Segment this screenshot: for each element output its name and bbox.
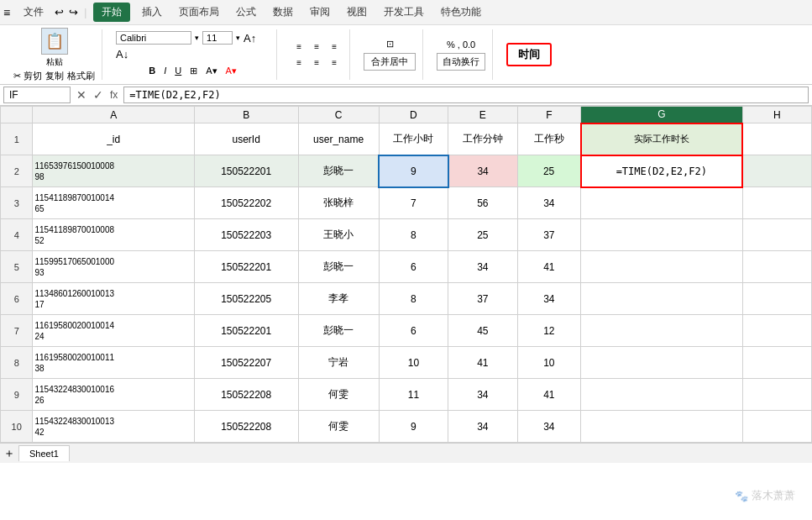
cell-h9[interactable] — [742, 379, 812, 411]
cell-f6[interactable]: 34 — [517, 283, 581, 315]
tab-insert[interactable]: 插入 — [134, 2, 170, 23]
cell-g5[interactable] — [581, 251, 742, 283]
bold-btn[interactable]: B — [145, 64, 159, 78]
cell-b10[interactable]: 150522208 — [194, 411, 298, 443]
cell-b6[interactable]: 150522205 — [194, 283, 298, 315]
cell-d5[interactable]: 6 — [379, 251, 448, 283]
cell-c3[interactable]: 张晓梓 — [298, 187, 379, 219]
cell-e3[interactable]: 56 — [448, 187, 517, 219]
cell-c2[interactable]: 彭晓一 — [298, 155, 379, 187]
tab-file[interactable]: 文件 — [15, 2, 52, 23]
formula-input[interactable] — [123, 87, 809, 103]
col-header-c[interactable]: C — [298, 107, 379, 123]
cell-h4[interactable] — [742, 219, 812, 251]
col-header-f[interactable]: F — [517, 107, 581, 123]
tab-start[interactable]: 开始 — [93, 3, 130, 22]
fill-color-btn[interactable]: A▾ — [202, 64, 220, 78]
underline-btn[interactable]: U — [171, 64, 185, 78]
tab-dev[interactable]: 开发工具 — [375, 2, 432, 23]
cell-c9[interactable]: 何雯 — [298, 379, 379, 411]
format-btn[interactable]: 格式刷 — [67, 70, 95, 82]
cell-d4[interactable]: 8 — [379, 219, 448, 251]
cell-h8[interactable] — [742, 347, 812, 379]
cell-h6[interactable] — [742, 283, 812, 315]
paste-label[interactable]: 粘贴 — [46, 56, 63, 68]
cell-h7[interactable] — [742, 315, 812, 347]
font-name-arrow[interactable]: ▾ — [195, 34, 199, 42]
align-top-center[interactable]: ≡ — [308, 39, 325, 55]
cell-g10[interactable] — [581, 411, 742, 443]
cell-d6[interactable]: 8 — [379, 283, 448, 315]
cell-e10[interactable]: 34 — [448, 411, 517, 443]
sheet-tab-1[interactable]: Sheet1 — [18, 445, 70, 461]
cell-d8[interactable]: 10 — [379, 347, 448, 379]
cell-f3[interactable]: 34 — [517, 187, 581, 219]
cell-d3[interactable]: 7 — [379, 187, 448, 219]
cell-b3[interactable]: 150522202 — [194, 187, 298, 219]
cell-a10[interactable]: 11543224830010013 42 — [33, 411, 194, 443]
cell-c1[interactable]: user_name — [298, 123, 379, 155]
cell-h10[interactable] — [742, 411, 812, 443]
font-name-input[interactable] — [116, 31, 191, 45]
cell-g8[interactable] — [581, 347, 742, 379]
cell-e9[interactable]: 34 — [448, 379, 517, 411]
cell-d1[interactable]: 工作小时 — [379, 123, 448, 155]
col-header-h[interactable]: H — [742, 107, 812, 123]
add-sheet-btn[interactable]: ＋ — [3, 446, 15, 461]
merge-center-btn[interactable]: 合并居中 — [364, 53, 416, 71]
cell-g2[interactable]: =TIME(D2,E2,F2) — [581, 155, 742, 187]
insert-function-btn[interactable]: fx — [107, 89, 120, 101]
cell-a6[interactable]: 11348601260010013 17 — [33, 283, 194, 315]
cut-btn[interactable]: ✂ 剪切 — [13, 70, 42, 82]
align-top-right[interactable]: ≡ — [326, 39, 343, 55]
cell-e7[interactable]: 45 — [448, 315, 517, 347]
cell-d10[interactable]: 9 — [379, 411, 448, 443]
cell-f1[interactable]: 工作秒 — [517, 123, 581, 155]
cell-e8[interactable]: 41 — [448, 347, 517, 379]
cell-a5[interactable]: 11599517065001000 93 — [33, 251, 194, 283]
align-mid-left[interactable]: ≡ — [291, 55, 307, 71]
cell-e6[interactable]: 37 — [448, 283, 517, 315]
font-size-input[interactable] — [202, 31, 233, 45]
cell-f8[interactable]: 10 — [517, 347, 581, 379]
cell-g4[interactable] — [581, 219, 742, 251]
tab-formula[interactable]: 公式 — [228, 2, 265, 23]
cell-e1[interactable]: 工作分钟 — [448, 123, 517, 155]
col-header-a[interactable]: A — [33, 107, 194, 123]
cell-d9[interactable]: 11 — [379, 379, 448, 411]
cell-d2[interactable]: 9 — [379, 155, 448, 187]
cell-a2[interactable]: 11653976150010008 98 — [33, 155, 194, 187]
cell-f10[interactable]: 34 — [517, 411, 581, 443]
cell-e4[interactable]: 25 — [448, 219, 517, 251]
cell-d7[interactable]: 6 — [379, 315, 448, 347]
cell-a9[interactable]: 11543224830010016 26 — [33, 379, 194, 411]
align-mid-right[interactable]: ≡ — [326, 55, 343, 71]
cell-g3[interactable] — [581, 187, 742, 219]
tab-layout[interactable]: 页面布局 — [170, 2, 228, 23]
font-color-btn[interactable]: A▾ — [223, 64, 240, 78]
cell-g9[interactable] — [581, 379, 742, 411]
cell-c5[interactable]: 彭晓一 — [298, 251, 379, 283]
cell-a7[interactable]: 11619580020010014 24 — [33, 315, 194, 347]
cell-g6[interactable] — [581, 283, 742, 315]
col-header-b[interactable]: B — [194, 107, 298, 123]
copy-btn[interactable]: 复制 — [45, 70, 64, 82]
italic-btn[interactable]: I — [160, 64, 170, 78]
tab-special[interactable]: 特色功能 — [432, 2, 490, 23]
autofit-btn[interactable]: 自动换行 — [437, 53, 485, 71]
tab-view[interactable]: 视图 — [338, 2, 375, 23]
border-btn[interactable]: ⊞ — [186, 64, 201, 78]
undo-btn[interactable]: ↩ — [52, 4, 66, 20]
cell-a4[interactable]: 11541189870010008 52 — [33, 219, 194, 251]
tab-review[interactable]: 审阅 — [301, 2, 338, 23]
cell-e2[interactable]: 34 — [448, 155, 517, 187]
menu-icon[interactable]: ≡ — [3, 6, 10, 19]
redo-btn[interactable]: ↪ — [66, 4, 81, 20]
cell-b2[interactable]: 150522201 — [194, 155, 298, 187]
font-size-arrow[interactable]: ▾ — [236, 34, 240, 42]
cell-h5[interactable] — [742, 251, 812, 283]
cell-e5[interactable]: 34 — [448, 251, 517, 283]
cell-f5[interactable]: 41 — [517, 251, 581, 283]
cell-h1[interactable] — [742, 123, 812, 155]
cell-c8[interactable]: 宁岩 — [298, 347, 379, 379]
